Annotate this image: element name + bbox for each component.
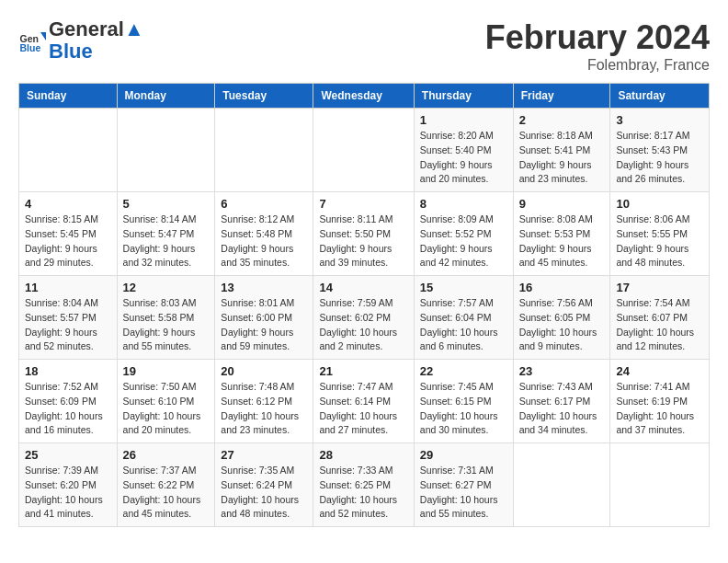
column-header-monday: Monday (117, 84, 215, 109)
day-number: 22 (420, 364, 507, 378)
day-info: Sunrise: 8:12 AM Sunset: 5:48 PM Dayligh… (221, 213, 307, 270)
day-number: 21 (319, 364, 407, 378)
calendar-cell (610, 443, 710, 527)
day-info: Sunrise: 8:18 AM Sunset: 5:41 PM Dayligh… (519, 129, 605, 187)
day-info: Sunrise: 8:08 AM Sunset: 5:53 PM Dayligh… (519, 213, 605, 270)
calendar-cell: 10Sunrise: 8:06 AM Sunset: 5:55 PM Dayli… (610, 192, 710, 276)
logo-text: General▲ Blue (49, 18, 144, 63)
day-info: Sunrise: 7:45 AM Sunset: 6:15 PM Dayligh… (420, 380, 507, 438)
calendar-cell: 20Sunrise: 7:48 AM Sunset: 6:12 PM Dayli… (215, 360, 313, 443)
svg-marker-2 (40, 32, 46, 40)
day-info: Sunrise: 8:20 AM Sunset: 5:40 PM Dayligh… (420, 129, 507, 187)
day-info: Sunrise: 8:11 AM Sunset: 5:50 PM Dayligh… (319, 213, 407, 270)
day-number: 2 (519, 113, 605, 127)
calendar-cell: 16Sunrise: 7:56 AM Sunset: 6:05 PM Dayli… (513, 276, 610, 360)
title-block: February 2024 Folembray, France (485, 18, 710, 74)
calendar-table: SundayMondayTuesdayWednesdayThursdayFrid… (18, 83, 710, 527)
day-info: Sunrise: 7:31 AM Sunset: 6:27 PM Dayligh… (420, 464, 507, 522)
calendar-cell: 23Sunrise: 7:43 AM Sunset: 6:17 PM Dayli… (513, 360, 610, 443)
calendar-cell: 25Sunrise: 7:39 AM Sunset: 6:20 PM Dayli… (19, 443, 118, 527)
page-header: Gen Blue General▲ Blue February 2024 Fol… (18, 18, 710, 74)
day-info: Sunrise: 7:50 AM Sunset: 6:10 PM Dayligh… (123, 380, 210, 438)
calendar-cell: 26Sunrise: 7:37 AM Sunset: 6:22 PM Dayli… (117, 443, 215, 527)
column-header-friday: Friday (513, 84, 610, 109)
week-row-2: 4Sunrise: 8:15 AM Sunset: 5:45 PM Daylig… (19, 192, 710, 276)
calendar-cell: 9Sunrise: 8:08 AM Sunset: 5:53 PM Daylig… (513, 192, 610, 276)
day-number: 1 (420, 113, 507, 127)
calendar-cell: 22Sunrise: 7:45 AM Sunset: 6:15 PM Dayli… (414, 360, 513, 443)
day-number: 23 (519, 364, 605, 378)
day-info: Sunrise: 7:54 AM Sunset: 6:07 PM Dayligh… (616, 296, 703, 354)
day-number: 14 (319, 281, 407, 294)
day-number: 17 (616, 281, 703, 294)
calendar-cell (215, 109, 313, 192)
column-header-saturday: Saturday (610, 84, 710, 109)
day-info: Sunrise: 7:41 AM Sunset: 6:19 PM Dayligh… (616, 380, 703, 438)
day-number: 15 (420, 281, 507, 294)
day-info: Sunrise: 8:17 AM Sunset: 5:43 PM Dayligh… (616, 129, 703, 187)
logo-icon: Gen Blue (18, 27, 46, 54)
calendar-cell (117, 109, 215, 192)
day-number: 24 (616, 364, 703, 378)
day-info: Sunrise: 7:37 AM Sunset: 6:22 PM Dayligh… (123, 464, 210, 522)
calendar-cell: 14Sunrise: 7:59 AM Sunset: 6:02 PM Dayli… (313, 276, 414, 360)
calendar-cell: 17Sunrise: 7:54 AM Sunset: 6:07 PM Dayli… (610, 276, 710, 360)
calendar-cell: 3Sunrise: 8:17 AM Sunset: 5:43 PM Daylig… (610, 109, 710, 192)
month-title: February 2024 (485, 18, 710, 57)
day-number: 28 (319, 448, 407, 462)
week-row-1: 1Sunrise: 8:20 AM Sunset: 5:40 PM Daylig… (19, 109, 710, 192)
day-number: 7 (319, 197, 407, 211)
day-number: 20 (221, 364, 307, 378)
calendar-cell (19, 109, 118, 192)
day-number: 16 (519, 281, 605, 294)
calendar-cell: 27Sunrise: 7:35 AM Sunset: 6:24 PM Dayli… (215, 443, 313, 527)
calendar-cell (513, 443, 610, 527)
day-number: 25 (25, 448, 111, 462)
calendar-cell: 5Sunrise: 8:14 AM Sunset: 5:47 PM Daylig… (117, 192, 215, 276)
day-info: Sunrise: 7:59 AM Sunset: 6:02 PM Dayligh… (319, 296, 407, 354)
day-info: Sunrise: 8:15 AM Sunset: 5:45 PM Dayligh… (25, 213, 111, 270)
day-number: 3 (616, 113, 703, 127)
day-number: 19 (123, 364, 210, 378)
day-info: Sunrise: 7:52 AM Sunset: 6:09 PM Dayligh… (25, 380, 111, 438)
day-number: 26 (123, 448, 210, 462)
day-info: Sunrise: 7:57 AM Sunset: 6:04 PM Dayligh… (420, 296, 507, 354)
day-number: 9 (519, 197, 605, 211)
day-number: 11 (25, 281, 111, 294)
day-number: 6 (221, 197, 307, 211)
day-info: Sunrise: 7:47 AM Sunset: 6:14 PM Dayligh… (319, 380, 407, 438)
day-info: Sunrise: 8:06 AM Sunset: 5:55 PM Dayligh… (616, 213, 703, 270)
day-info: Sunrise: 7:35 AM Sunset: 6:24 PM Dayligh… (221, 464, 307, 522)
calendar-cell: 15Sunrise: 7:57 AM Sunset: 6:04 PM Dayli… (414, 276, 513, 360)
week-row-4: 18Sunrise: 7:52 AM Sunset: 6:09 PM Dayli… (19, 360, 710, 443)
logo: Gen Blue General▲ Blue (18, 18, 144, 63)
day-info: Sunrise: 7:43 AM Sunset: 6:17 PM Dayligh… (519, 380, 605, 438)
day-number: 12 (123, 281, 210, 294)
calendar-cell: 19Sunrise: 7:50 AM Sunset: 6:10 PM Dayli… (117, 360, 215, 443)
calendar-cell (313, 109, 414, 192)
day-info: Sunrise: 7:33 AM Sunset: 6:25 PM Dayligh… (319, 464, 407, 522)
location: Folembray, France (485, 57, 710, 74)
calendar-cell: 8Sunrise: 8:09 AM Sunset: 5:52 PM Daylig… (414, 192, 513, 276)
calendar-cell: 24Sunrise: 7:41 AM Sunset: 6:19 PM Dayli… (610, 360, 710, 443)
calendar-cell: 28Sunrise: 7:33 AM Sunset: 6:25 PM Dayli… (313, 443, 414, 527)
column-header-tuesday: Tuesday (215, 84, 313, 109)
day-number: 8 (420, 197, 507, 211)
svg-text:Blue: Blue (20, 42, 41, 53)
day-number: 10 (616, 197, 703, 211)
day-number: 4 (25, 197, 111, 211)
column-header-sunday: Sunday (19, 84, 118, 109)
day-info: Sunrise: 8:14 AM Sunset: 5:47 PM Dayligh… (123, 213, 210, 270)
calendar-cell: 11Sunrise: 8:04 AM Sunset: 5:57 PM Dayli… (19, 276, 118, 360)
calendar-cell: 21Sunrise: 7:47 AM Sunset: 6:14 PM Dayli… (313, 360, 414, 443)
day-info: Sunrise: 7:56 AM Sunset: 6:05 PM Dayligh… (519, 296, 605, 354)
column-header-thursday: Thursday (414, 84, 513, 109)
week-row-3: 11Sunrise: 8:04 AM Sunset: 5:57 PM Dayli… (19, 276, 710, 360)
day-number: 18 (25, 364, 111, 378)
calendar-cell: 2Sunrise: 8:18 AM Sunset: 5:41 PM Daylig… (513, 109, 610, 192)
calendar-cell: 7Sunrise: 8:11 AM Sunset: 5:50 PM Daylig… (313, 192, 414, 276)
day-info: Sunrise: 7:48 AM Sunset: 6:12 PM Dayligh… (221, 380, 307, 438)
calendar-cell: 13Sunrise: 8:01 AM Sunset: 6:00 PM Dayli… (215, 276, 313, 360)
calendar-cell: 29Sunrise: 7:31 AM Sunset: 6:27 PM Dayli… (414, 443, 513, 527)
day-number: 5 (123, 197, 210, 211)
